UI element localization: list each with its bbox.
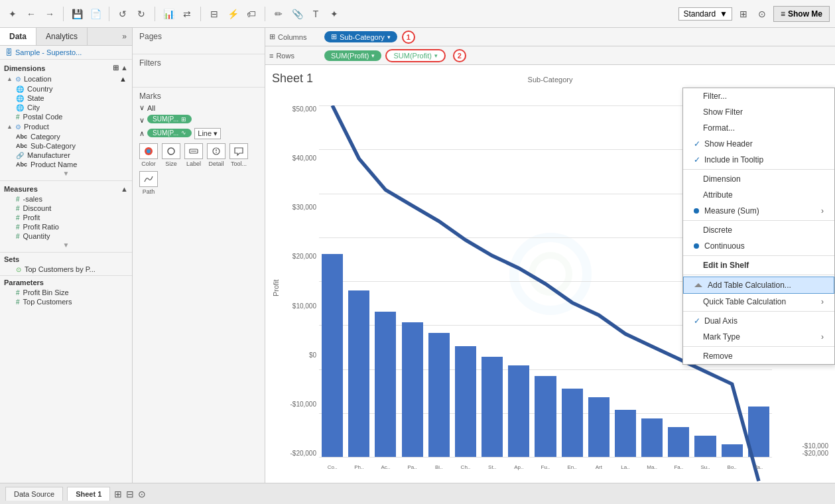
bar-14[interactable]	[694, 436, 716, 457]
sidebar-item-top-customers[interactable]: ⊙ Top Customers by P...	[0, 265, 132, 274]
bar-8[interactable]	[535, 376, 556, 457]
text-icon[interactable]: T	[308, 7, 323, 21]
sidebar-item-top-customers-param[interactable]: # Top Customers	[0, 297, 132, 306]
add-sheet-icon[interactable]: ⊞	[114, 489, 122, 499]
bar-group-7[interactable]	[505, 105, 532, 457]
highlight-icon[interactable]: ⚡	[225, 7, 240, 21]
sidebar-item-category[interactable]: Abc Category	[0, 132, 132, 141]
bar-10[interactable]	[588, 397, 610, 457]
marks-control-path[interactable]: Path	[139, 171, 158, 195]
ctx-item-mark-type[interactable]: Mark Type›	[683, 329, 834, 345]
sum-profit-pill-2[interactable]: SUM(Profit) ▾	[385, 49, 445, 62]
location-group[interactable]: ▲ ⚙ Location ▲	[0, 74, 132, 84]
swap-icon[interactable]: ⇄	[180, 7, 194, 21]
show-me-button[interactable]: ≡ Show Me	[773, 6, 830, 22]
sum-profit-pill-1[interactable]: SUM(Profit) ▾	[324, 50, 381, 61]
marks-sum1-pill[interactable]: SUM(P... ⊞	[147, 115, 192, 123]
marks-control-label[interactable]: Label	[184, 143, 203, 167]
standard-dropdown[interactable]: Standard ▼	[678, 7, 732, 21]
bar-7[interactable]	[508, 365, 529, 457]
bar-group-12[interactable]	[639, 105, 665, 457]
ctx-item-edit-in-shelf[interactable]: Edit in Shelf	[683, 257, 834, 273]
ctx-item-show-header[interactable]: ✓Show Header	[683, 136, 834, 152]
bar-13[interactable]	[668, 427, 689, 457]
sidebar-item-profitratio[interactable]: # Profit Ratio	[0, 222, 132, 231]
tab-arrow[interactable]: »	[117, 28, 132, 45]
bar-6[interactable]	[482, 357, 503, 457]
sidebar-item-state[interactable]: 🌐 State	[0, 94, 132, 103]
marks-control-tooltip[interactable]: Tool...	[229, 143, 248, 167]
tab-data[interactable]: Data	[0, 28, 36, 45]
marks-control-size[interactable]: Size	[162, 143, 180, 167]
sidebar-scroll[interactable]: Dimensions ⊞ ▲ ▲ ⚙ Location ▲ 🌐 Country	[0, 60, 132, 483]
new-button[interactable]: 📄	[88, 7, 103, 21]
line-dropdown[interactable]: Line ▾	[194, 128, 221, 139]
ctx-item-show-filter[interactable]: Show Filter	[683, 104, 834, 120]
sidebar-item-postal[interactable]: # Postal Code	[0, 112, 132, 121]
sidebar-item-productname[interactable]: Abc Product Name	[0, 160, 132, 169]
bar-15[interactable]	[722, 444, 743, 457]
ctx-item-dimension[interactable]: Dimension	[683, 171, 834, 187]
tab-sheet1[interactable]: Sheet 1	[67, 487, 110, 501]
share-icon[interactable]: ⊙	[755, 7, 769, 21]
ctx-item-continuous[interactable]: Continuous	[683, 238, 834, 254]
datasource-item[interactable]: 🗄 Sample - Supersto...	[0, 46, 132, 60]
ctx-item-format---[interactable]: Format...	[683, 120, 834, 136]
ctx-item-remove[interactable]: Remove	[683, 348, 834, 364]
forward-button[interactable]: →	[42, 7, 57, 21]
ctx-item-discrete[interactable]: Discrete	[683, 222, 834, 238]
scroll-up-icon[interactable]: ▲	[121, 185, 128, 193]
grid-icon[interactable]: ⊞	[113, 64, 119, 72]
tab-data-source[interactable]: Data Source	[5, 487, 63, 501]
bar-16[interactable]	[748, 407, 769, 457]
duplicate-sheet-icon[interactable]: ⊟	[126, 489, 134, 499]
sidebar-item-city[interactable]: 🌐 City	[0, 103, 132, 112]
dimensions-actions[interactable]: ⊞ ▲	[113, 64, 128, 72]
bar-group-5[interactable]	[452, 105, 479, 457]
tab-analytics[interactable]: Analytics	[36, 28, 88, 45]
scroll-down-indicator[interactable]: ▼	[0, 169, 132, 178]
sub-category-pill[interactable]: ⊞ Sub-Category ▾	[324, 31, 397, 42]
ctx-item-dual-axis[interactable]: ✓Dual Axis	[683, 313, 834, 329]
bar-4[interactable]	[428, 333, 450, 457]
ctx-item-add-table-calculation---[interactable]: Add Table Calculation...	[683, 277, 834, 294]
marks-sum2-pill[interactable]: SUM(P... ∿	[147, 129, 192, 137]
measures-actions[interactable]: ▲	[121, 185, 128, 193]
ctx-item-include-in-tooltip[interactable]: ✓Include in Tooltip	[683, 152, 834, 168]
bar-0[interactable]	[322, 254, 343, 457]
sidebar-item-sales[interactable]: # -sales	[0, 194, 132, 204]
bar-12[interactable]	[641, 418, 663, 457]
back-button[interactable]: ←	[24, 7, 38, 21]
marks-control-detail[interactable]: Detail	[207, 143, 225, 167]
bar-group-8[interactable]	[532, 105, 558, 457]
bar-group-11[interactable]	[612, 105, 639, 457]
bar-11[interactable]	[615, 410, 636, 457]
product-group[interactable]: ▲ ⚙ Product	[0, 121, 132, 132]
bar-group-9[interactable]	[559, 105, 586, 457]
bar-group-2[interactable]	[372, 105, 399, 457]
redo-button[interactable]: ↻	[134, 7, 149, 21]
undo-button[interactable]: ↺	[115, 7, 130, 21]
bar-group-10[interactable]	[586, 105, 612, 457]
label-icon[interactable]: 🏷	[244, 7, 259, 21]
save-button[interactable]: 💾	[70, 7, 84, 21]
sidebar-item-profit-bin[interactable]: # Profit Bin Size	[0, 288, 132, 297]
bar-group-6[interactable]	[479, 105, 505, 457]
measures-scroll-down[interactable]: ▼	[0, 241, 132, 249]
bar-2[interactable]	[375, 312, 396, 457]
pointer-icon[interactable]: ✦	[327, 7, 342, 21]
bar-group-3[interactable]	[399, 105, 426, 457]
bar-3[interactable]	[402, 322, 423, 457]
ctx-item-filter---[interactable]: Filter...	[683, 88, 834, 104]
bar-chart-icon[interactable]: 📊	[161, 7, 176, 21]
ctx-item-measure--sum-[interactable]: Measure (Sum)›	[683, 203, 834, 219]
chart-view-icon[interactable]: ⊞	[736, 7, 751, 21]
sidebar-item-country[interactable]: 🌐 Country	[0, 84, 132, 94]
sidebar-item-subcategory[interactable]: Abc Sub-Category	[0, 141, 132, 151]
pin-icon[interactable]: 📎	[290, 7, 304, 21]
sidebar-item-discount[interactable]: # Discount	[0, 204, 132, 213]
present-icon[interactable]: ⊙	[138, 489, 146, 499]
location-scroll-up[interactable]: ▲	[119, 75, 127, 83]
marks-control-color[interactable]: Color	[139, 143, 158, 167]
ctx-item-quick-table-calculation[interactable]: Quick Table Calculation›	[683, 294, 834, 310]
